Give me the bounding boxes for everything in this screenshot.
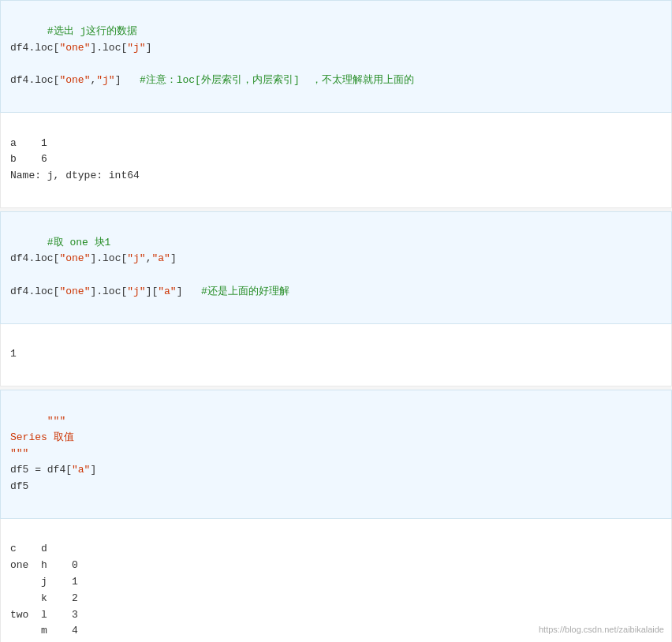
- output-line-3e: two l 3: [10, 609, 78, 621]
- code-line-1b: df4.loc["one"].loc["j"]: [10, 42, 151, 54]
- code-block-2: #取 one 块1 df4.loc["one"].loc["j","a"] df…: [0, 211, 672, 324]
- docstring-open: """: [47, 415, 65, 427]
- output-line-3d: k 2: [10, 592, 78, 604]
- output-line-3b: one h 0: [10, 559, 78, 571]
- output-line-2a: 1: [10, 348, 17, 360]
- code-line-3e: df5: [10, 480, 28, 492]
- output-block-3: c d one h 0 j 1 k 2 two l 3 m 4 n 5 o 6 …: [0, 519, 672, 642]
- output-line-3f: m 4: [10, 625, 78, 636]
- output-line-3a: c d: [10, 543, 47, 554]
- code-line-3d: df5 = df4["a"]: [10, 464, 96, 476]
- output-line-1c: Name: j, dtype: int64: [10, 170, 140, 181]
- output-line-1a: a 1: [10, 137, 47, 149]
- comment-1: #选出 j这行的数据: [47, 25, 137, 37]
- comment-2: #取 one 块1: [47, 237, 111, 248]
- output-block-1: a 1 b 6 Name: j, dtype: int64: [0, 113, 672, 208]
- code-block-1: #选出 j这行的数据 df4.loc["one"].loc["j"] df4.l…: [0, 0, 672, 113]
- docstring-close: """: [10, 447, 28, 459]
- output-line-3c: j 1: [10, 576, 78, 588]
- code-line-2b: df4.loc["one"].loc["j","a"]: [10, 252, 177, 264]
- docstring-text: Series 取值: [10, 431, 74, 443]
- output-block-2: 1: [0, 324, 672, 386]
- cell-1-code: #选出 j这行的数据 df4.loc["one"].loc["j"] df4.l…: [0, 0, 672, 208]
- code-line-2c: df4.loc["one"].loc["j"]["a"] #还是上面的好理解: [10, 286, 289, 297]
- output-line-1b: b 6: [10, 153, 47, 165]
- code-block-3: """ Series 取值 """ df5 = df4["a"] df5: [0, 390, 672, 519]
- watermark: https://blog.csdn.net/zaibikalaide: [539, 625, 664, 634]
- main-container: #选出 j这行的数据 df4.loc["one"].loc["j"] df4.l…: [0, 0, 672, 642]
- cell-3-code: """ Series 取值 """ df5 = df4["a"] df5 c d…: [0, 390, 672, 642]
- cell-2-code: #取 one 块1 df4.loc["one"].loc["j","a"] df…: [0, 211, 672, 386]
- code-line-1c: df4.loc["one","j"] #注意：loc[外层索引，内层索引] ，不…: [10, 74, 414, 86]
